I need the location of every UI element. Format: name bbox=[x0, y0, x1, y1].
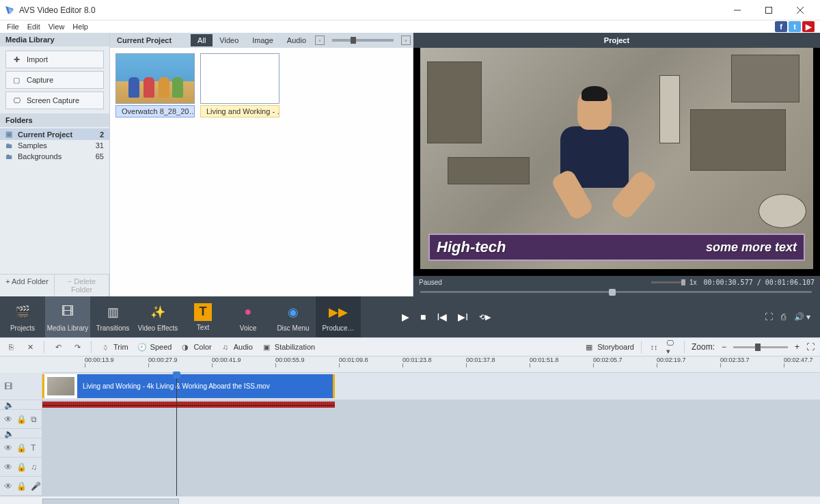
prev-button[interactable]: I◀ bbox=[437, 311, 447, 322]
thumb-large-icon[interactable]: ▫ bbox=[401, 36, 411, 45]
color-button[interactable]: ◑Color bbox=[180, 341, 211, 352]
filter-video[interactable]: Video bbox=[213, 34, 245, 46]
voice-button[interactable]: ●Voice bbox=[226, 296, 271, 337]
track-header: 👁🔒🎤 bbox=[0, 477, 42, 495]
delete-button[interactable]: ✕ bbox=[25, 341, 36, 352]
zoom-slider[interactable] bbox=[733, 346, 788, 348]
tick: 00:00:27.9 bbox=[148, 356, 178, 363]
menu-edit[interactable]: Edit bbox=[23, 22, 44, 31]
window-title: AVS Video Editor 8.0 bbox=[19, 5, 96, 15]
undo-button[interactable]: ↶ bbox=[53, 341, 64, 352]
stop-button[interactable]: ■ bbox=[420, 311, 426, 322]
menu-help[interactable]: Help bbox=[68, 22, 92, 31]
music-track[interactable]: 👁🔒♫ bbox=[0, 458, 820, 477]
facebook-icon[interactable]: f bbox=[775, 21, 787, 32]
zoom-in-button[interactable]: + bbox=[795, 342, 800, 352]
folder-backgrounds[interactable]: 🖿 Backgrounds 65 bbox=[0, 151, 109, 162]
eye-icon[interactable]: 👁 bbox=[4, 481, 12, 491]
loop-button[interactable]: ⟲▶ bbox=[479, 313, 491, 322]
playhead[interactable] bbox=[176, 373, 177, 496]
produce-button[interactable]: ▶▶Produce… bbox=[316, 296, 361, 337]
close-button[interactable] bbox=[784, 0, 816, 20]
transitions-button[interactable]: ▥Transitions bbox=[90, 296, 135, 337]
eye-icon[interactable]: 👁 bbox=[4, 462, 12, 472]
import-button[interactable]: ✚Import bbox=[5, 51, 104, 68]
audio-sub-track[interactable]: 🔈 bbox=[0, 400, 820, 410]
speed-button[interactable]: 🕘Speed bbox=[137, 341, 172, 352]
filter-all[interactable]: All bbox=[191, 34, 213, 46]
view-button[interactable]: 🖵▾ bbox=[666, 341, 677, 352]
media-library-button[interactable]: 🎞Media Library bbox=[45, 296, 90, 337]
tick: 00:02:47.7 bbox=[784, 356, 813, 363]
volume-icon[interactable]: 🔊 ▾ bbox=[794, 312, 810, 322]
voice-track[interactable]: 👁🔒🎤 bbox=[0, 477, 820, 496]
seek-bar[interactable] bbox=[413, 288, 820, 296]
undo-icon: ↶ bbox=[53, 341, 64, 352]
twitter-icon[interactable]: t bbox=[789, 21, 801, 32]
video-track[interactable]: 🎞 Living and Working - 4k Living & Worki… bbox=[0, 373, 820, 400]
play-button[interactable]: ▶ bbox=[402, 311, 409, 322]
time-ruler[interactable]: 00:00:13.9 00:00:27.9 00:00:41.9 00:00:5… bbox=[42, 356, 820, 373]
folder-current-project[interactable]: ▣ Current Project 2 bbox=[0, 128, 109, 140]
filter-audio[interactable]: Audio bbox=[280, 34, 313, 46]
media-item[interactable]: Living and Working - … bbox=[200, 53, 279, 117]
lock-icon[interactable]: 🔒 bbox=[16, 462, 27, 472]
menu-view[interactable]: View bbox=[44, 22, 69, 31]
clapper-icon: 🎬 bbox=[13, 303, 32, 322]
maximize-button[interactable] bbox=[753, 0, 784, 20]
next-button[interactable]: ▶I bbox=[458, 311, 468, 322]
text-track[interactable]: 👁🔒T bbox=[0, 438, 820, 458]
mic-icon: 🎤 bbox=[31, 481, 41, 491]
add-folder-button[interactable]: + Add Folder bbox=[0, 275, 55, 296]
snapshot-icon[interactable]: ⎙ bbox=[781, 312, 786, 322]
disc-menu-button[interactable]: ◉Disc Menu bbox=[271, 296, 316, 337]
seek-knob[interactable] bbox=[609, 289, 616, 296]
storyboard-button[interactable]: ▦Storyboard bbox=[584, 341, 634, 352]
playback-status: Paused bbox=[419, 279, 442, 286]
menu-file[interactable]: File bbox=[3, 22, 23, 31]
mixer-button[interactable]: ↕↕ bbox=[648, 341, 659, 352]
fullscreen-icon[interactable]: ⛶ bbox=[765, 312, 773, 322]
eye-icon[interactable]: 👁 bbox=[4, 443, 12, 453]
screen-capture-button[interactable]: 🖵Screen Capture bbox=[5, 92, 104, 109]
speed-slider[interactable] bbox=[651, 281, 685, 283]
timeline-scrollbar[interactable] bbox=[0, 496, 820, 504]
audio-button[interactable]: ♫Audio bbox=[220, 341, 253, 352]
copy-button[interactable]: ⎘ bbox=[5, 341, 16, 352]
audio-clip[interactable] bbox=[42, 402, 335, 408]
zoom-fit-button[interactable]: ⛶ bbox=[806, 342, 815, 352]
trim-button[interactable]: ⎀Trim bbox=[100, 341, 128, 352]
video-clip[interactable]: Living and Working - 4k Living & Working… bbox=[42, 374, 335, 398]
zoom-out-button[interactable]: − bbox=[722, 342, 726, 352]
lock-icon[interactable]: 🔒 bbox=[16, 415, 27, 424]
thumb-size-slider[interactable] bbox=[332, 39, 394, 42]
filter-image[interactable]: Image bbox=[245, 34, 280, 46]
minimize-button[interactable] bbox=[722, 0, 753, 20]
projects-button[interactable]: 🎬Projects bbox=[0, 296, 45, 337]
folder-samples[interactable]: 🖿 Samples 31 bbox=[0, 140, 109, 151]
delete-folder-button[interactable]: − Delete Folder bbox=[55, 275, 109, 296]
lock-icon[interactable]: 🔒 bbox=[16, 481, 27, 491]
edit-toolbar: ⎘ ✕ ↶ ↷ ⎀Trim 🕘Speed ◑Color ♫Audio ▣Stab… bbox=[0, 337, 820, 356]
video-effects-button[interactable]: ✨Video Effects bbox=[135, 296, 180, 337]
overlay-audio-track[interactable]: 🔈 bbox=[0, 429, 820, 438]
tick: 00:01:51.8 bbox=[530, 356, 559, 363]
thumb-small-icon[interactable]: ▫ bbox=[315, 36, 325, 45]
lock-icon[interactable]: 🔒 bbox=[16, 443, 27, 453]
folder-name: Backgrounds bbox=[18, 152, 62, 160]
overlay-track[interactable]: 👁🔒⧉ bbox=[0, 410, 820, 429]
youtube-icon[interactable]: ▶ bbox=[802, 21, 815, 32]
text-button[interactable]: TText bbox=[180, 296, 226, 337]
media-item[interactable]: Overwatch 8_28_20… bbox=[115, 53, 195, 117]
preview-status-bar: Paused 1x 00:00:30.577 / 00:01:06.107 bbox=[413, 276, 820, 288]
redo-button[interactable]: ↷ bbox=[72, 341, 83, 352]
eye-icon[interactable]: 👁 bbox=[4, 415, 12, 424]
stabilization-button[interactable]: ▣Stabilization bbox=[261, 341, 315, 352]
capture-button[interactable]: ▢Capture bbox=[5, 71, 104, 89]
scrollbar-thumb[interactable] bbox=[42, 499, 179, 504]
preview-video[interactable]: High-tech some more text bbox=[420, 48, 813, 269]
storyboard-icon: ▦ bbox=[584, 341, 594, 352]
clip-thumb bbox=[44, 374, 77, 398]
effects-icon: ✨ bbox=[148, 303, 167, 322]
tick: 00:01:37.8 bbox=[466, 356, 495, 363]
